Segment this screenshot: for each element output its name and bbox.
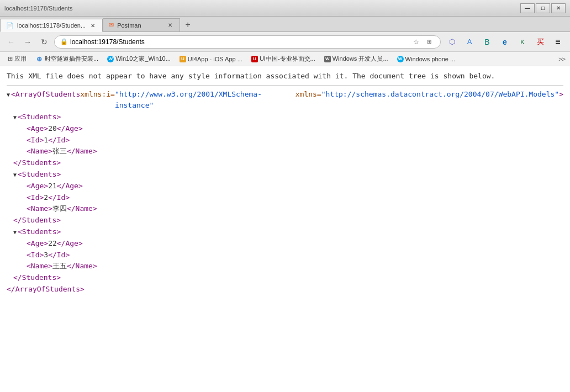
lock-icon: 🔒 [60, 38, 68, 45]
student1-open-tag: <Students> [18, 112, 61, 123]
root-open-tag: <ArrayOfStudents [11, 89, 80, 100]
tab-postman[interactable]: ✉ Postman ✕ [103, 18, 180, 31]
student3-name-value: 王五 [52, 261, 67, 272]
student1-id-open: <Id> [27, 135, 44, 146]
apps-grid-icon: ⊞ [8, 55, 13, 62]
tab-postman-close[interactable]: ✕ [166, 22, 174, 29]
student1-name-value: 张三 [52, 146, 67, 157]
apps-label: 应用 [14, 55, 27, 63]
student3-id-value: 3 [44, 250, 48, 261]
extensions-button[interactable]: ⬡ [444, 34, 460, 50]
student3-open-line: ▼ <Students> [13, 226, 563, 238]
shopping-button[interactable]: 买 [532, 34, 548, 50]
forward-button[interactable]: → [21, 35, 34, 49]
bookmark-apps[interactable]: ⊞ 应用 [4, 54, 30, 64]
student2-open-tag: <Students> [18, 169, 61, 181]
student1-id-value: 1 [44, 135, 48, 146]
bookmark-ui4app[interactable]: U UI4App - iOS App ... [176, 55, 246, 63]
tab-page-icon: 📄 [6, 22, 14, 29]
student1-age-close: </Age> [57, 123, 83, 135]
student2-age-close: </Age> [57, 181, 83, 192]
address-bar-input-wrapper[interactable]: 🔒 ☆ ⊞ [54, 35, 441, 49]
root-tag-close-bracket: > [559, 89, 563, 100]
bookmark-windev-icon: W [324, 56, 331, 62]
bookmark-shikong[interactable]: ⊕ 时空隧道插件安装... [32, 54, 102, 64]
student1-name-open: <Name> [27, 146, 52, 157]
student2-name-open: <Name> [27, 203, 52, 215]
student2-name-line: <Name>李四</Name> [27, 203, 563, 215]
bookmark-windev[interactable]: W Windows 开发人员... [321, 54, 392, 64]
bookmark-wp[interactable]: W Windows phone ... [394, 55, 459, 63]
student3-close-tag: </Students> [13, 272, 61, 284]
student2-age-value: 21 [48, 181, 57, 192]
student2-id-value: 2 [44, 192, 48, 204]
menu-button[interactable]: ≡ [550, 34, 566, 50]
student2-collapse-triangle[interactable]: ▼ [13, 171, 17, 179]
student3-name-open: <Name> [27, 261, 52, 272]
student3-age-close: </Age> [57, 238, 83, 250]
refresh-button[interactable]: ↻ [38, 35, 51, 49]
root-close-tag: </ArrayOfStudents> [7, 284, 85, 295]
bookmarks-bar: ⊞ 应用 ⊕ 时空隧道插件安装... W Win10之家_Win10... U … [0, 52, 570, 66]
content-area: This XML file does not appear to have an… [0, 66, 570, 392]
postman-icon: ✉ [109, 22, 114, 29]
student1-collapse-triangle[interactable]: ▼ [13, 113, 17, 122]
bookmark-win10-label: Win10之家_Win10... [115, 55, 171, 63]
bookmark-win10-icon: W [107, 56, 114, 62]
student2-fields: <Age>21</Age> <Id>2</Id> <Name>李四</Name> [13, 181, 563, 215]
new-tab-button[interactable]: + [180, 18, 196, 31]
kaspersky-button[interactable]: K [515, 34, 530, 50]
back-button[interactable]: ← [4, 35, 18, 49]
student3-fields: <Age>22</Age> <Id>3</Id> <Name>王五</Name> [13, 238, 563, 272]
bookmark-wp-icon: W [397, 56, 404, 62]
bookmark-win10[interactable]: W Win10之家_Win10... [104, 54, 174, 64]
address-bar: ← → ↻ 🔒 ☆ ⊞ ⬡ A B e K 买 ≡ [0, 32, 570, 52]
xml-root-close-line: </ArrayOfStudents> [7, 284, 563, 295]
bing-button[interactable]: B [479, 34, 495, 50]
student1-close-tag: </Students> [13, 157, 61, 169]
root-attr-xmlns-i-name: xmlns:i= [80, 89, 115, 100]
root-attr-xmlns-i-value: "http://www.w3.org/2001/XMLSchema-instan… [115, 89, 295, 112]
bookmarks-more-button[interactable]: >> [558, 56, 566, 62]
split-view-icon[interactable]: ⊞ [424, 36, 435, 47]
student3-age-line: <Age>22</Age> [27, 238, 563, 250]
bookmark-wp-label: Windows phone ... [405, 56, 456, 62]
address-input[interactable] [70, 38, 410, 46]
student2-open-line: ▼ <Students> [13, 169, 563, 181]
student2-id-open: <Id> [27, 192, 44, 204]
student1-name-line: <Name>张三</Name> [27, 146, 563, 157]
root-collapse-triangle[interactable]: ▼ [7, 91, 10, 99]
student1-age-line: <Age>20</Age> [27, 123, 563, 135]
student3-id-open: <Id> [27, 250, 44, 261]
student2-name-value: 李四 [52, 203, 67, 215]
student3-name-close: </Name> [67, 261, 97, 272]
bookmark-shikong-label: 时空隧道插件安装... [45, 55, 98, 63]
student2-close-line: </Students> [13, 215, 563, 226]
student1-age-value: 20 [48, 123, 57, 135]
title-bar-left: localhost:19178/Students [4, 5, 73, 12]
bookmark-star-icon[interactable]: ☆ [410, 36, 421, 47]
bookmark-windev-label: Windows 开发人员... [332, 55, 388, 63]
bookmark-uicn[interactable]: U UI中国-专业界面交... [248, 54, 319, 64]
minimize-button[interactable]: — [520, 3, 535, 13]
student3-close-line: </Students> [13, 272, 563, 284]
tab-postman-label: Postman [117, 22, 141, 29]
maximize-button[interactable]: □ [536, 3, 550, 13]
tab-localhost[interactable]: 📄 localhost:19178/Studen... ✕ [0, 19, 103, 32]
translate-button[interactable]: A [462, 34, 477, 50]
address-bar-icons: ☆ ⊞ [410, 36, 435, 47]
student3-name-line: <Name>王五</Name> [27, 261, 563, 272]
student2-name-close: </Name> [67, 203, 97, 215]
edge-button[interactable]: e [497, 34, 513, 50]
student1-id-close: </Id> [48, 135, 70, 146]
student3-collapse-triangle[interactable]: ▼ [13, 228, 17, 237]
student2-id-line: <Id>2</Id> [27, 192, 563, 204]
student1-open-line: ▼ <Students> [13, 112, 563, 123]
student3-open-tag: <Students> [18, 226, 61, 238]
student3-id-close: </Id> [48, 250, 70, 261]
close-button[interactable]: ✕ [551, 3, 566, 13]
xml-root-line: ▼ <ArrayOfStudents xmlns:i="http://www.w… [7, 89, 563, 112]
tab-localhost-close[interactable]: ✕ [89, 22, 97, 29]
bookmark-shikong-icon: ⊕ [35, 55, 43, 63]
xml-notice: This XML file does not appear to have an… [7, 71, 563, 86]
